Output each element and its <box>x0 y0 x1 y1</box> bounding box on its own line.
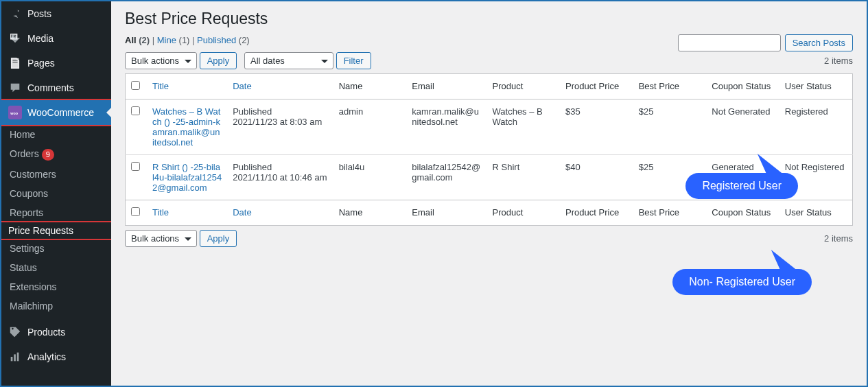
filter-mine[interactable]: Mine (1) <box>157 35 190 45</box>
col-name: Name <box>333 74 407 99</box>
sidebar-label: Media <box>27 33 54 44</box>
col-name: Name <box>333 200 407 226</box>
row-title-link[interactable]: R Shirt () -25-bilal4u-bilalafzal12542@g… <box>152 162 222 193</box>
sidebar-sub-settings[interactable]: Settings <box>1 239 111 258</box>
page-title: Best Price Requests <box>125 1 853 31</box>
analytics-icon <box>8 350 22 364</box>
sidebar-item-analytics[interactable]: Analytics <box>1 344 111 369</box>
row-product-price: $40 <box>560 155 633 200</box>
row-checkbox[interactable] <box>131 162 140 171</box>
row-product: Watches – B Watch <box>487 99 561 155</box>
col-email: Email <box>406 200 486 226</box>
col-date[interactable]: Date <box>227 200 333 226</box>
sub-label: Orders <box>10 148 39 159</box>
col-best-price: Best Price <box>633 200 707 226</box>
posts-table: Title Date Name Email Product Product Pr… <box>125 73 853 226</box>
sidebar-sub-extensions[interactable]: Extensions <box>1 277 111 296</box>
sidebar-sub-reports[interactable]: Reports <box>1 203 111 222</box>
tablenav-top: Bulk actions Apply All dates Filter 2 it… <box>125 52 853 69</box>
sub-label: Price Requests <box>8 225 73 236</box>
media-icon <box>8 32 22 45</box>
col-product: Product <box>487 200 561 226</box>
filter-button[interactable]: Filter <box>336 52 371 69</box>
select-all-checkbox-footer[interactable] <box>131 207 140 216</box>
bulk-actions-select-bottom[interactable]: Bulk actions <box>125 230 197 247</box>
col-product-price: Product Price <box>560 200 633 226</box>
sidebar-item-products[interactable]: Products <box>1 320 111 344</box>
col-title[interactable]: Title <box>147 74 227 99</box>
sidebar-item-woocommerce[interactable]: woo WooCommerce <box>1 100 111 125</box>
row-product: R Shirt <box>487 155 561 200</box>
sidebar-item-media[interactable]: Media <box>1 26 111 51</box>
callout-arrow-icon <box>766 250 799 272</box>
sidebar-label: Products <box>27 327 65 338</box>
svg-point-1 <box>12 36 14 37</box>
sidebar-item-posts[interactable]: Posts <box>1 1 111 26</box>
bulk-actions-select[interactable]: Bulk actions <box>125 52 197 69</box>
page-icon <box>8 56 22 70</box>
row-date: Published2021/11/10 at 10:46 am <box>227 155 333 200</box>
svg-text:woo: woo <box>10 111 18 115</box>
row-checkbox[interactable] <box>131 106 140 115</box>
sidebar-sub-price-requests[interactable]: Price Requests <box>0 221 113 240</box>
col-product: Product <box>487 74 561 99</box>
callout-non-registered: Non- Registered User <box>672 269 812 295</box>
row-email: kamran.malik@unitedsol.net <box>406 99 486 155</box>
sub-label: Extensions <box>10 281 56 292</box>
search-box: Search Posts <box>678 34 853 51</box>
col-best-price: Best Price <box>633 74 707 99</box>
callout-label: Non- Registered User <box>689 276 795 288</box>
sidebar-label: Posts <box>27 8 51 19</box>
row-name: bilal4u <box>333 155 407 200</box>
col-coupon-status: Coupon Status <box>706 74 779 99</box>
row-product-price: $35 <box>560 99 633 155</box>
col-email: Email <box>406 74 486 99</box>
row-title-link[interactable]: Watches – B Watch () -25-admin-kamran.ma… <box>152 106 220 148</box>
svg-rect-7 <box>14 354 16 361</box>
sidebar-sub-status[interactable]: Status <box>1 258 111 277</box>
sub-label: Home <box>10 129 35 140</box>
admin-sidebar: Posts Media Pages Comments woo WooCommer… <box>1 1 111 386</box>
sidebar-label: Analytics <box>27 351 66 362</box>
sidebar-sub-home[interactable]: Home <box>1 125 111 144</box>
filter-all[interactable]: All (2) <box>125 35 150 45</box>
filter-published[interactable]: Published (2) <box>197 35 250 45</box>
sub-label: Customers <box>10 169 56 180</box>
products-icon <box>8 325 22 339</box>
apply-button[interactable]: Apply <box>200 52 237 69</box>
row-email: bilalafzal12542@gmail.com <box>406 155 486 200</box>
col-title[interactable]: Title <box>147 200 227 226</box>
comment-icon <box>8 81 22 95</box>
dates-select[interactable]: All dates <box>244 52 333 69</box>
sidebar-sub-customers[interactable]: Customers <box>1 165 111 184</box>
row-user-status: Registered <box>779 99 853 155</box>
items-count: 2 items <box>824 56 853 66</box>
svg-rect-6 <box>11 357 13 361</box>
sidebar-sub-orders[interactable]: Orders9 <box>1 144 111 165</box>
search-input[interactable] <box>678 34 781 51</box>
callout-label: Registered User <box>702 180 782 191</box>
items-count-bottom: 2 items <box>824 233 853 244</box>
table-row: Watches – B Watch () -25-admin-kamran.ma… <box>126 99 853 155</box>
col-user-status: User Status <box>779 200 853 226</box>
main-content: Best Price Requests Search Posts All (2)… <box>111 1 867 386</box>
sidebar-sub-coupons[interactable]: Coupons <box>1 184 111 203</box>
apply-button-bottom[interactable]: Apply <box>200 230 237 247</box>
callout-registered: Registered User <box>685 173 798 199</box>
row-best-price: $25 <box>633 99 707 155</box>
col-date[interactable]: Date <box>227 74 333 99</box>
sidebar-item-comments[interactable]: Comments <box>1 75 111 100</box>
sub-label: Mailchimp <box>10 301 53 312</box>
sub-label: Settings <box>10 243 45 254</box>
svg-rect-3 <box>12 60 17 61</box>
select-all-header[interactable] <box>126 74 147 99</box>
select-all-checkbox[interactable] <box>131 81 140 90</box>
sidebar-label: Comments <box>27 82 74 93</box>
orders-badge: 9 <box>42 149 54 161</box>
svg-rect-4 <box>12 62 17 62</box>
svg-rect-2 <box>12 58 19 68</box>
sub-label: Reports <box>10 207 43 218</box>
sidebar-item-pages[interactable]: Pages <box>1 51 111 75</box>
sidebar-sub-mailchimp[interactable]: Mailchimp <box>1 296 111 316</box>
search-button[interactable]: Search Posts <box>785 34 853 51</box>
